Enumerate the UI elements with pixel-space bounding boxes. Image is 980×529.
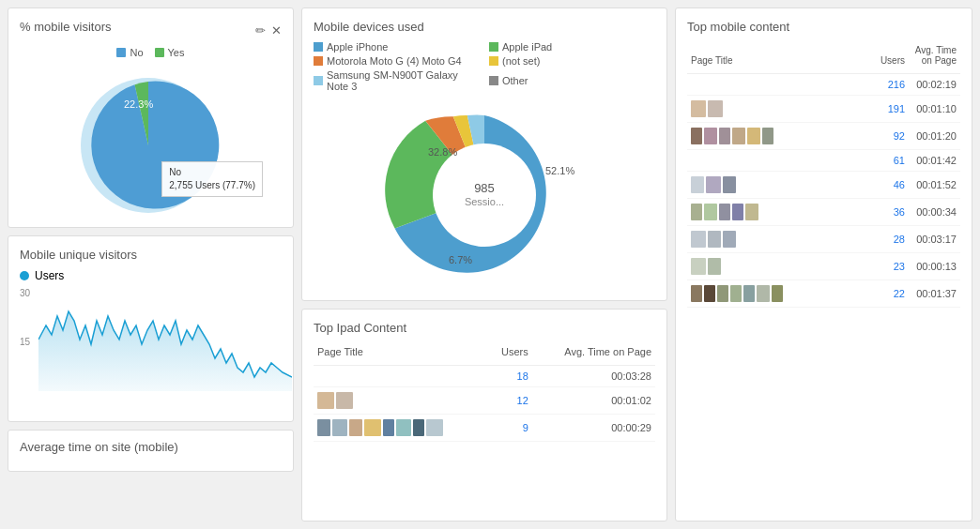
m-row1-users: 216	[855, 74, 909, 96]
table-row: 61 00:01:42	[687, 150, 960, 172]
mobile-col-time: Avg. Time on Page	[909, 41, 960, 74]
donut-center-label: 985	[474, 181, 495, 195]
thumb-block	[364, 419, 381, 436]
ipad-col-users: Users	[487, 342, 532, 366]
thumb-block	[691, 100, 706, 117]
ipad-row1-users: 18	[487, 366, 532, 387]
line-legend-label: Users	[35, 269, 64, 282]
ipad-label: Apple iPad	[502, 41, 552, 53]
legend-no-color	[116, 48, 126, 57]
donut-pct-iphone: 52.1%	[545, 165, 574, 176]
mobile-table-header: Page Title Users Avg. Time on Page	[687, 41, 960, 74]
table-row: 28 00:03:17	[687, 226, 960, 253]
iphone-color	[314, 42, 323, 52]
close-icon[interactable]: ✕	[271, 23, 282, 38]
m-row9-title	[687, 280, 855, 308]
pie-tooltip: No 2,755 Users (77.7%)	[161, 161, 263, 197]
table-row: 18 00:03:28	[314, 366, 655, 387]
thumb-block	[723, 176, 736, 193]
thumb-block	[719, 128, 730, 144]
m-row7-title	[687, 226, 855, 253]
thumb-block	[691, 258, 706, 275]
m-row9-time: 00:01:37	[909, 280, 960, 308]
m-row3-users: 92	[855, 123, 909, 150]
thumb-block	[757, 285, 770, 302]
mobile-devices-title: Mobile devices used	[314, 20, 655, 34]
m-row7-time: 00:03:17	[909, 226, 960, 253]
edit-icon[interactable]: ✏	[255, 23, 266, 38]
top-ipad-title: Top Ipad Content	[314, 321, 655, 335]
table-row: 23 00:00:13	[687, 253, 960, 280]
legend-no: No	[116, 47, 143, 58]
m-row4-title	[687, 150, 855, 172]
table-row: 92 00:01:20	[687, 123, 960, 150]
donut-chart: 985 Sessio... 52.1% 32.8% 6.7%	[381, 104, 588, 287]
m-row2-users: 191	[855, 96, 909, 123]
m-row6-users: 36	[855, 199, 909, 226]
thumb-block	[762, 128, 773, 144]
thumb-block	[426, 419, 443, 436]
thumb-block	[732, 128, 745, 144]
mobile-devices-card: Mobile devices used Apple iPhone Apple i…	[301, 8, 667, 301]
thumb-block	[317, 419, 330, 436]
avg-time-title: Average time on site (mobile)	[20, 440, 282, 454]
table-row: 22 00:01:37	[687, 280, 960, 308]
ipad-row2-time: 00:01:02	[532, 387, 655, 415]
ipad-row2-users: 12	[487, 387, 532, 415]
m-row8-time: 00:00:13	[909, 253, 960, 280]
donut-chart-area: 985 Sessio... 52.1% 32.8% 6.7%	[314, 101, 655, 289]
notset-label: (not set)	[502, 55, 540, 67]
thumb-block	[717, 285, 728, 302]
table-row: 12 00:01:02	[314, 387, 655, 415]
thumb-block	[747, 128, 760, 144]
ipad-row2-title	[314, 387, 487, 415]
m-row4-users: 61	[855, 150, 909, 172]
legend-yes: Yes	[155, 47, 185, 58]
m-row2-time: 00:01:10	[909, 96, 960, 123]
top-mobile-card: Top mobile content Page Title Users Avg.…	[675, 8, 972, 521]
thumbnail-bar	[691, 128, 851, 144]
thumb-block	[743, 285, 755, 302]
line-chart-svg	[38, 288, 292, 391]
legend-samsung: Samsung SM-N900T Galaxy Note 3	[314, 69, 480, 92]
thumb-block	[704, 128, 717, 144]
pie-yes-pct: 22.3%	[124, 98, 153, 110]
thumb-block	[691, 231, 706, 248]
m-row5-users: 46	[855, 172, 909, 199]
line-chart-area: 30 15	[20, 288, 282, 410]
thumb-block	[691, 204, 702, 220]
ipad-col-time: Avg. Time on Page	[532, 342, 655, 366]
thumb-block	[336, 392, 353, 409]
m-row7-users: 28	[855, 226, 909, 253]
thumbnail-bar	[691, 100, 851, 117]
notset-color	[489, 56, 498, 66]
ipad-row1-title	[314, 366, 487, 387]
m-row9-users: 22	[855, 280, 909, 308]
table-row: 36 00:00:34	[687, 199, 960, 226]
legend-notset: (not set)	[489, 55, 655, 67]
m-row8-users: 23	[855, 253, 909, 280]
thumb-block	[706, 176, 721, 193]
y-label-15: 15	[20, 337, 30, 347]
line-legend: Users	[20, 269, 282, 282]
thumb-block	[732, 204, 743, 220]
legend-iphone: Apple iPhone	[314, 41, 480, 53]
table-row: 216 00:02:19	[687, 74, 960, 96]
mobile-table-container: Page Title Users Avg. Time on Page 216 0…	[687, 41, 960, 308]
m-row2-title	[687, 96, 855, 123]
m-row8-title	[687, 253, 855, 280]
line-fill	[38, 311, 292, 391]
m-row5-time: 00:01:52	[909, 172, 960, 199]
thumb-block	[723, 231, 736, 248]
thumb-block	[708, 231, 721, 248]
thumbnail-bar	[691, 285, 851, 302]
thumb-block	[691, 128, 702, 144]
mobile-visitors-title: % mobile visitors	[20, 20, 112, 34]
mobile-col-users: Users	[855, 41, 909, 74]
thumb-block	[708, 258, 721, 275]
thumb-block	[349, 419, 362, 436]
pie-legend: No Yes	[20, 47, 282, 58]
tooltip-value: 2,755 Users (77.7%)	[169, 179, 255, 192]
ipad-col-title: Page Title	[314, 342, 487, 366]
m-row4-time: 00:01:42	[909, 150, 960, 172]
